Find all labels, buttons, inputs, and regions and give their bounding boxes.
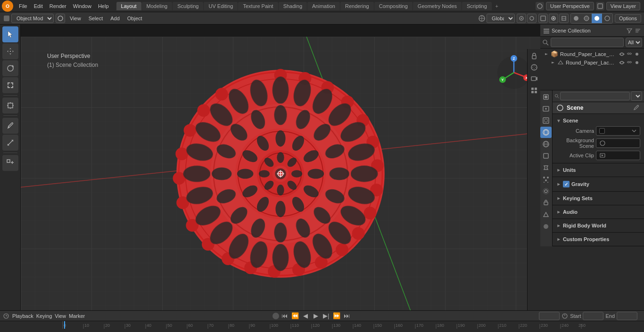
- rotate-tool[interactable]: [2, 60, 18, 76]
- ws-tab-texture[interactable]: Texture Paint: [238, 2, 278, 10]
- ws-tab-uv[interactable]: UV Editing: [204, 2, 238, 10]
- scene-props-tab[interactable]: [540, 127, 552, 138]
- record-btn[interactable]: [272, 313, 279, 319]
- render-props-tab[interactable]: [540, 91, 552, 103]
- rendered-shading-btn[interactable]: [592, 14, 602, 23]
- select-menu[interactable]: Select: [86, 15, 106, 22]
- cursor-tool[interactable]: [2, 26, 18, 42]
- next-frame-btn[interactable]: ▶|: [322, 311, 331, 321]
- ws-tab-shading[interactable]: Shading: [279, 2, 307, 10]
- particles-tab[interactable]: [540, 174, 552, 185]
- options-btn[interactable]: Options: [615, 14, 641, 23]
- next-keyframe-btn[interactable]: ⏩: [332, 311, 341, 321]
- ws-tab-rendering[interactable]: Rendering: [340, 2, 374, 10]
- current-frame-input[interactable]: 1: [539, 312, 560, 320]
- measure-tool[interactable]: [2, 135, 18, 151]
- material-tab[interactable]: [540, 221, 552, 232]
- audio-header[interactable]: ▼ Audio: [556, 207, 640, 217]
- menu-render[interactable]: Render: [47, 2, 69, 10]
- timeline-ruler[interactable]: 0 10 20 30 40 50 60 70 80 90 100 110 120: [0, 321, 644, 329]
- outliner-filter-icon[interactable]: [626, 27, 633, 34]
- gravity-checkbox[interactable]: ✓: [563, 181, 570, 187]
- scene-selector[interactable]: User Perspective: [546, 2, 594, 10]
- camera-picker-icon[interactable]: [631, 128, 637, 134]
- physics-tab[interactable]: [540, 186, 552, 197]
- props-search-filter[interactable]: ▼: [631, 91, 642, 101]
- constraints-tab[interactable]: [540, 197, 552, 209]
- scene-section-header[interactable]: ▼ Scene: [556, 116, 640, 125]
- transform-tool[interactable]: [2, 97, 18, 113]
- ws-tab-scripting[interactable]: Scripting: [462, 2, 492, 10]
- view-menu[interactable]: View: [67, 15, 84, 22]
- object-props-tab[interactable]: [540, 150, 552, 162]
- visibility-toggle-1[interactable]: [619, 59, 625, 66]
- xray-btn[interactable]: [559, 14, 569, 23]
- modifiers-tab[interactable]: [540, 162, 552, 173]
- lock-camera-to-view[interactable]: [529, 51, 539, 61]
- marker-menu[interactable]: Marker: [69, 313, 85, 319]
- menu-edit[interactable]: Edit: [31, 2, 46, 10]
- keying-sets-header[interactable]: ▼ Keying Sets: [556, 194, 640, 203]
- viewport-navigate[interactable]: [529, 62, 539, 73]
- proportional-edit-btn[interactable]: [527, 14, 537, 23]
- add-workspace-btn[interactable]: +: [492, 3, 502, 9]
- menu-window[interactable]: Window: [70, 2, 94, 10]
- viewport-area[interactable]: User Perspective (1) Scene Collection Z …: [21, 24, 540, 310]
- output-props-tab[interactable]: [540, 103, 552, 114]
- add-object-tool[interactable]: [2, 155, 18, 171]
- view-layer-props-tab[interactable]: [540, 115, 552, 126]
- object-menu[interactable]: Object: [124, 15, 145, 22]
- end-frame-input[interactable]: 250: [617, 312, 637, 320]
- object-type-filter[interactable]: [529, 85, 539, 95]
- add-menu[interactable]: Add: [107, 15, 123, 22]
- render-toggle-1[interactable]: [634, 59, 640, 66]
- render-toggle-0[interactable]: [634, 51, 640, 57]
- menu-help[interactable]: Help: [95, 2, 112, 10]
- 3d-viewport[interactable]: User Perspective (1) Scene Collection Z …: [21, 37, 540, 310]
- units-header[interactable]: ▼ Units: [556, 165, 640, 175]
- show-gizmo-btn[interactable]: [538, 14, 548, 23]
- outliner-search-input[interactable]: [551, 38, 624, 47]
- data-tab[interactable]: [540, 209, 552, 220]
- annotate-tool[interactable]: [2, 118, 18, 134]
- outliner-item-0[interactable]: 📦 Round_Paper_Lace_Doilie_Re: [542, 49, 642, 58]
- playback-menu[interactable]: Playback: [12, 313, 33, 319]
- keying-menu[interactable]: Keying: [36, 313, 52, 319]
- outliner-sort-icon[interactable]: [635, 27, 641, 34]
- play-btn[interactable]: ▶: [311, 311, 321, 321]
- outliner-filter-select[interactable]: All: [626, 38, 642, 47]
- ws-tab-modeling[interactable]: Modeling: [142, 2, 173, 10]
- menu-file[interactable]: File: [16, 2, 30, 10]
- material-shading-btn[interactable]: [581, 14, 592, 23]
- ws-tab-animation[interactable]: Animation: [307, 2, 340, 10]
- custom-props-header[interactable]: ▼ Custom Properties: [556, 235, 640, 244]
- background-scene-value[interactable]: [596, 138, 640, 148]
- show-overlays-btn[interactable]: [549, 14, 558, 23]
- mode-selector[interactable]: Object Mode Edit Mode Sculpt Mode: [11, 14, 54, 23]
- view-menu[interactable]: View: [55, 313, 66, 319]
- prev-keyframe-btn[interactable]: ⏪: [290, 311, 300, 321]
- transform-orientation-selector[interactable]: Global Local: [487, 14, 515, 23]
- active-clip-value[interactable]: [596, 151, 640, 160]
- outliner-item-1[interactable]: Round_Paper_Lace_Doili: [542, 58, 642, 67]
- props-search-input[interactable]: [560, 92, 630, 100]
- select-toggle-0[interactable]: [626, 51, 633, 57]
- viewport-shading-btn[interactable]: [56, 14, 65, 23]
- gravity-header[interactable]: ▼ ✓ Gravity: [556, 179, 640, 189]
- wireframe-shading-btn[interactable]: [602, 14, 612, 23]
- prev-frame-btn[interactable]: ◀: [301, 311, 310, 321]
- ws-tab-layout[interactable]: Layout: [116, 2, 141, 10]
- ws-tab-compositing[interactable]: Compositing: [374, 2, 413, 10]
- select-toggle-1[interactable]: [626, 59, 633, 66]
- move-tool[interactable]: [2, 43, 18, 59]
- visibility-toggle-0[interactable]: [619, 51, 625, 57]
- jump-start-btn[interactable]: ⏮: [280, 311, 289, 321]
- start-frame-input[interactable]: 1: [583, 312, 603, 320]
- world-props-tab[interactable]: [540, 138, 552, 150]
- view-layer-selector[interactable]: View Layer: [606, 2, 640, 10]
- scale-tool[interactable]: [2, 77, 18, 93]
- camera-view[interactable]: [529, 73, 539, 84]
- jump-end-btn[interactable]: ⏭: [342, 311, 352, 321]
- camera-value[interactable]: [596, 126, 640, 136]
- solid-shading-btn[interactable]: [571, 14, 581, 23]
